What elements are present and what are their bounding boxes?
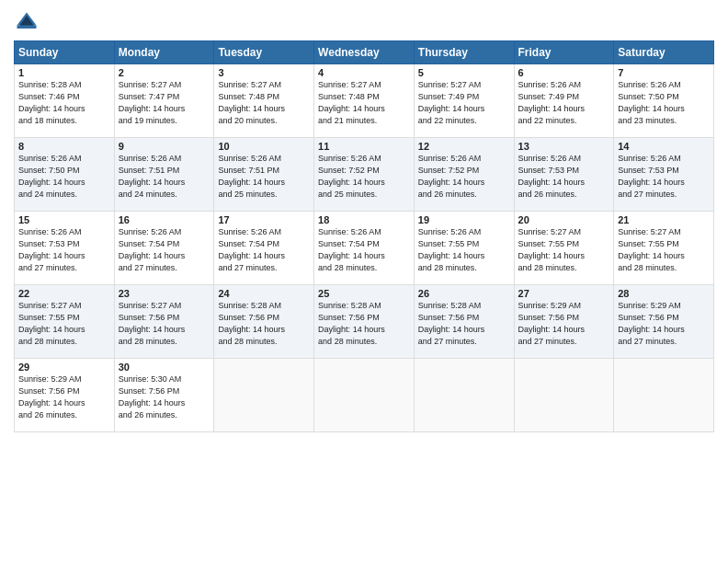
day-info: Sunrise: 5:27 AM Sunset: 7:47 PM Dayligh…: [119, 79, 210, 127]
day-info: Sunrise: 5:30 AM Sunset: 7:56 PM Dayligh…: [119, 373, 210, 421]
day-info: Sunrise: 5:28 AM Sunset: 7:56 PM Dayligh…: [318, 300, 410, 348]
day-number: 9: [119, 141, 210, 152]
weekday-header-friday: Friday: [514, 41, 614, 64]
calendar-cell: 1Sunrise: 5:28 AM Sunset: 7:46 PM Daylig…: [15, 64, 115, 138]
day-number: 21: [618, 214, 710, 225]
day-number: 27: [518, 288, 610, 299]
day-info: Sunrise: 5:29 AM Sunset: 7:56 PM Dayligh…: [18, 373, 110, 421]
day-info: Sunrise: 5:26 AM Sunset: 7:50 PM Dayligh…: [618, 79, 710, 127]
calendar-cell: 24Sunrise: 5:28 AM Sunset: 7:56 PM Dayli…: [214, 285, 314, 359]
day-info: Sunrise: 5:28 AM Sunset: 7:56 PM Dayligh…: [218, 300, 310, 348]
day-number: 4: [318, 67, 410, 78]
calendar-cell: 19Sunrise: 5:26 AM Sunset: 7:55 PM Dayli…: [414, 212, 514, 285]
day-number: 30: [119, 362, 210, 373]
calendar-cell: 15Sunrise: 5:26 AM Sunset: 7:53 PM Dayli…: [15, 212, 115, 285]
day-number: 1: [18, 67, 110, 78]
day-info: Sunrise: 5:26 AM Sunset: 7:54 PM Dayligh…: [318, 226, 410, 274]
calendar-cell: [314, 359, 415, 432]
calendar-cell: 21Sunrise: 5:27 AM Sunset: 7:55 PM Dayli…: [614, 212, 714, 285]
week-row-1: 1Sunrise: 5:28 AM Sunset: 7:46 PM Daylig…: [15, 64, 714, 138]
weekday-header-thursday: Thursday: [414, 41, 514, 64]
day-info: Sunrise: 5:28 AM Sunset: 7:56 PM Dayligh…: [418, 300, 510, 348]
day-number: 18: [318, 214, 410, 225]
calendar-cell: 14Sunrise: 5:26 AM Sunset: 7:53 PM Dayli…: [614, 138, 714, 212]
day-info: Sunrise: 5:27 AM Sunset: 7:48 PM Dayligh…: [218, 79, 310, 127]
calendar-cell: 29Sunrise: 5:29 AM Sunset: 7:56 PM Dayli…: [15, 359, 115, 432]
week-row-4: 22Sunrise: 5:27 AM Sunset: 7:55 PM Dayli…: [15, 285, 714, 359]
calendar-cell: [414, 359, 514, 432]
day-info: Sunrise: 5:26 AM Sunset: 7:49 PM Dayligh…: [518, 79, 610, 127]
calendar-cell: 16Sunrise: 5:26 AM Sunset: 7:54 PM Dayli…: [114, 212, 214, 285]
day-info: Sunrise: 5:27 AM Sunset: 7:55 PM Dayligh…: [18, 300, 110, 348]
week-row-5: 29Sunrise: 5:29 AM Sunset: 7:56 PM Dayli…: [15, 359, 714, 432]
day-info: Sunrise: 5:26 AM Sunset: 7:51 PM Dayligh…: [119, 153, 210, 201]
day-info: Sunrise: 5:27 AM Sunset: 7:48 PM Dayligh…: [318, 79, 410, 127]
day-info: Sunrise: 5:26 AM Sunset: 7:53 PM Dayligh…: [518, 153, 610, 201]
logo: [14, 9, 43, 35]
week-row-2: 8Sunrise: 5:26 AM Sunset: 7:50 PM Daylig…: [15, 138, 714, 212]
day-info: Sunrise: 5:26 AM Sunset: 7:51 PM Dayligh…: [218, 153, 310, 201]
week-row-3: 15Sunrise: 5:26 AM Sunset: 7:53 PM Dayli…: [15, 212, 714, 285]
calendar-cell: [514, 359, 614, 432]
day-number: 28: [618, 288, 710, 299]
day-info: Sunrise: 5:26 AM Sunset: 7:54 PM Dayligh…: [218, 226, 310, 274]
day-number: 7: [618, 67, 710, 78]
day-info: Sunrise: 5:26 AM Sunset: 7:52 PM Dayligh…: [418, 153, 510, 201]
day-info: Sunrise: 5:26 AM Sunset: 7:52 PM Dayligh…: [318, 153, 410, 201]
calendar-cell: 18Sunrise: 5:26 AM Sunset: 7:54 PM Dayli…: [314, 212, 415, 285]
day-number: 2: [119, 67, 210, 78]
calendar-cell: 3Sunrise: 5:27 AM Sunset: 7:48 PM Daylig…: [214, 64, 314, 138]
calendar-cell: 30Sunrise: 5:30 AM Sunset: 7:56 PM Dayli…: [114, 359, 214, 432]
day-number: 19: [418, 214, 510, 225]
day-number: 24: [218, 288, 310, 299]
day-number: 13: [518, 141, 610, 152]
day-info: Sunrise: 5:29 AM Sunset: 7:56 PM Dayligh…: [618, 300, 710, 348]
calendar-cell: 23Sunrise: 5:27 AM Sunset: 7:56 PM Dayli…: [114, 285, 214, 359]
day-info: Sunrise: 5:26 AM Sunset: 7:53 PM Dayligh…: [618, 153, 710, 201]
day-number: 17: [218, 214, 310, 225]
day-number: 29: [18, 362, 110, 373]
weekday-header-saturday: Saturday: [614, 41, 714, 64]
calendar-cell: [614, 359, 714, 432]
day-number: 23: [119, 288, 210, 299]
day-info: Sunrise: 5:27 AM Sunset: 7:49 PM Dayligh…: [418, 79, 510, 127]
calendar-cell: 25Sunrise: 5:28 AM Sunset: 7:56 PM Dayli…: [314, 285, 415, 359]
calendar-cell: 17Sunrise: 5:26 AM Sunset: 7:54 PM Dayli…: [214, 212, 314, 285]
day-number: 6: [518, 67, 610, 78]
day-info: Sunrise: 5:29 AM Sunset: 7:56 PM Dayligh…: [518, 300, 610, 348]
day-info: Sunrise: 5:26 AM Sunset: 7:50 PM Dayligh…: [18, 153, 110, 201]
day-info: Sunrise: 5:28 AM Sunset: 7:46 PM Dayligh…: [18, 79, 110, 127]
day-info: Sunrise: 5:26 AM Sunset: 7:54 PM Dayligh…: [119, 226, 210, 274]
calendar-cell: 8Sunrise: 5:26 AM Sunset: 7:50 PM Daylig…: [15, 138, 115, 212]
calendar-cell: 2Sunrise: 5:27 AM Sunset: 7:47 PM Daylig…: [114, 64, 214, 138]
calendar-table: SundayMondayTuesdayWednesdayThursdayFrid…: [14, 40, 714, 432]
day-info: Sunrise: 5:26 AM Sunset: 7:53 PM Dayligh…: [18, 226, 110, 274]
weekday-header-sunday: Sunday: [15, 41, 115, 64]
day-info: Sunrise: 5:27 AM Sunset: 7:56 PM Dayligh…: [119, 300, 210, 348]
calendar-cell: 6Sunrise: 5:26 AM Sunset: 7:49 PM Daylig…: [514, 64, 614, 138]
day-number: 20: [518, 214, 610, 225]
calendar-cell: 12Sunrise: 5:26 AM Sunset: 7:52 PM Dayli…: [414, 138, 514, 212]
day-info: Sunrise: 5:26 AM Sunset: 7:55 PM Dayligh…: [418, 226, 510, 274]
calendar-cell: 5Sunrise: 5:27 AM Sunset: 7:49 PM Daylig…: [414, 64, 514, 138]
logo-icon: [14, 9, 40, 35]
day-number: 15: [18, 214, 110, 225]
day-number: 11: [318, 141, 410, 152]
calendar-cell: 28Sunrise: 5:29 AM Sunset: 7:56 PM Dayli…: [614, 285, 714, 359]
calendar-cell: 26Sunrise: 5:28 AM Sunset: 7:56 PM Dayli…: [414, 285, 514, 359]
calendar-cell: 9Sunrise: 5:26 AM Sunset: 7:51 PM Daylig…: [114, 138, 214, 212]
day-number: 26: [418, 288, 510, 299]
calendar-cell: 22Sunrise: 5:27 AM Sunset: 7:55 PM Dayli…: [15, 285, 115, 359]
day-number: 8: [18, 141, 110, 152]
header: [14, 9, 714, 35]
day-number: 16: [119, 214, 210, 225]
day-number: 12: [418, 141, 510, 152]
page: SundayMondayTuesdayWednesdayThursdayFrid…: [0, 0, 728, 563]
day-number: 22: [18, 288, 110, 299]
calendar-cell: 27Sunrise: 5:29 AM Sunset: 7:56 PM Dayli…: [514, 285, 614, 359]
calendar-cell: [214, 359, 314, 432]
weekday-header-monday: Monday: [114, 41, 214, 64]
day-info: Sunrise: 5:27 AM Sunset: 7:55 PM Dayligh…: [518, 226, 610, 274]
calendar-cell: 4Sunrise: 5:27 AM Sunset: 7:48 PM Daylig…: [314, 64, 415, 138]
weekday-header-tuesday: Tuesday: [214, 41, 314, 64]
